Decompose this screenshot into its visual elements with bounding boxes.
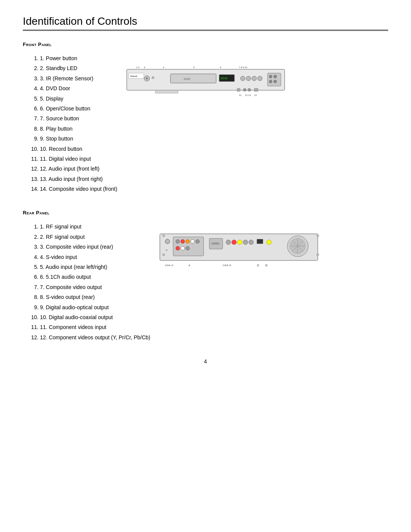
list-item: 4. S-video input [40, 253, 150, 261]
svg-point-10 [146, 77, 148, 80]
svg-text:DVD: DVD [184, 77, 190, 81]
svg-text:Polaroid: Polaroid [130, 75, 137, 77]
svg-point-66 [162, 254, 165, 256]
svg-point-16 [241, 76, 245, 81]
item-num: 8. [40, 294, 45, 300]
svg-point-23 [269, 80, 272, 83]
item-num: 3. [40, 244, 45, 250]
list-item: 1. Power button [40, 54, 117, 62]
svg-text:⑥: ⑥ [188, 264, 190, 267]
item-num: 2. [40, 65, 45, 71]
svg-text:⑪: ⑪ [257, 264, 259, 267]
list-item: 8. Play button [40, 125, 117, 133]
item-num: 2. [40, 234, 45, 240]
svg-point-53 [267, 240, 271, 244]
front-panel-heading: Front Panel [23, 42, 388, 47]
list-item: 5. Display [40, 94, 117, 103]
page-number: 4 [23, 358, 388, 364]
svg-rect-52 [257, 239, 263, 244]
title-divider [23, 30, 388, 31]
svg-point-42 [176, 246, 180, 250]
svg-point-24 [274, 80, 277, 83]
item-num: 1. [40, 55, 45, 61]
svg-text:1 2: 1 2 [136, 66, 140, 69]
item-num: 9. [40, 304, 45, 310]
list-item: 7. Composite video output [40, 283, 150, 291]
list-item: 12. Audio input (front left) [40, 165, 117, 173]
item-num: 1. [40, 224, 45, 230]
svg-text:②③④ ⑤: ②③④ ⑤ [165, 264, 173, 267]
svg-point-21 [269, 75, 272, 78]
list-item: 4. DVD Door [40, 84, 117, 93]
svg-point-51 [249, 240, 253, 244]
svg-rect-28 [155, 90, 178, 93]
list-item: 9. Stop button [40, 134, 117, 143]
svg-point-49 [237, 240, 242, 244]
list-item: 3. IR (Remote Sensor) [40, 74, 117, 83]
svg-rect-29 [237, 88, 240, 91]
svg-point-34 [165, 239, 170, 244]
rear-panel-section: Rear Panel 1. RF signal input2. RF signa… [23, 210, 388, 343]
list-item: 14. Composite video input (front) [40, 185, 117, 193]
svg-point-44 [186, 246, 190, 250]
rear-panel-diagram-col: ① VIDEO [158, 222, 388, 276]
svg-point-50 [243, 240, 248, 244]
list-item: 12. Component videos output (Y, Pr/Cr, P… [40, 333, 150, 342]
rear-panel-content: 1. RF signal input2. RF signal output3. … [23, 222, 388, 343]
item-num: 12. [40, 334, 47, 340]
svg-point-39 [186, 240, 190, 243]
item-num: 7. [40, 115, 45, 121]
list-item: 3. Composite video input (rear) [40, 243, 150, 251]
list-item: 11. Digital video input [40, 155, 117, 163]
rear-panel-heading: Rear Panel [23, 210, 388, 216]
svg-text:5: 5 [193, 66, 195, 69]
item-num: 10. [40, 146, 47, 152]
svg-rect-12 [170, 74, 216, 83]
item-num: 3. [40, 75, 45, 81]
svg-point-18 [252, 76, 256, 81]
item-num: 7. [40, 284, 45, 290]
rear-panel-diagram: ① VIDEO [158, 230, 322, 276]
svg-text:⑫: ⑫ [265, 264, 268, 267]
svg-text:4: 4 [163, 66, 164, 69]
svg-point-17 [246, 76, 251, 81]
front-panel-content: 1. Power button2. Standby LED3. IR (Remo… [23, 54, 388, 195]
svg-text:3: 3 [144, 66, 145, 69]
item-num: 5. [40, 264, 45, 270]
svg-point-19 [258, 76, 262, 81]
item-num: 4. [40, 254, 45, 260]
item-num: 11. [40, 324, 47, 330]
svg-point-37 [176, 240, 180, 243]
svg-point-47 [226, 240, 231, 244]
front-panel-diagram: 1 2 3 4 5 6 7 8 9 10 Polaroid DVD 00: [125, 62, 288, 104]
svg-point-68 [317, 254, 319, 256]
item-num: 6. [40, 105, 45, 112]
page-title: Identification of Controls [23, 15, 388, 27]
item-num: 9. [40, 136, 45, 142]
item-num: 10. [40, 314, 47, 320]
svg-text:11: 11 [239, 94, 242, 96]
item-num: 8. [40, 126, 45, 132]
svg-rect-32 [254, 88, 258, 91]
svg-point-30 [243, 88, 246, 91]
item-num: 6. [40, 274, 45, 280]
svg-point-67 [317, 235, 319, 237]
item-num: 14. [40, 186, 47, 192]
svg-text:12 13: 12 13 [245, 94, 251, 96]
svg-point-22 [274, 75, 277, 78]
svg-text:00:00: 00:00 [221, 77, 228, 80]
rear-panel-list: 1. RF signal input2. RF signal output3. … [40, 222, 150, 342]
svg-text:7 8 9 10: 7 8 9 10 [239, 66, 247, 69]
item-num: 4. [40, 85, 45, 91]
item-num: 5. [40, 96, 45, 102]
front-panel-section: Front Panel 1. Power button2. Standby LE… [23, 42, 388, 195]
list-item: 8. S-video output (rear) [40, 293, 150, 301]
list-item: 2. RF signal output [40, 233, 150, 241]
svg-text:14: 14 [254, 94, 257, 96]
list-item: 9. Digital audio-optical output [40, 303, 150, 312]
list-item: 1. RF signal input [40, 222, 150, 231]
svg-point-11 [152, 77, 154, 79]
list-item: 10. Record button [40, 145, 117, 153]
svg-text:6: 6 [220, 66, 221, 69]
list-item: 6. Open/Close button [40, 104, 117, 113]
